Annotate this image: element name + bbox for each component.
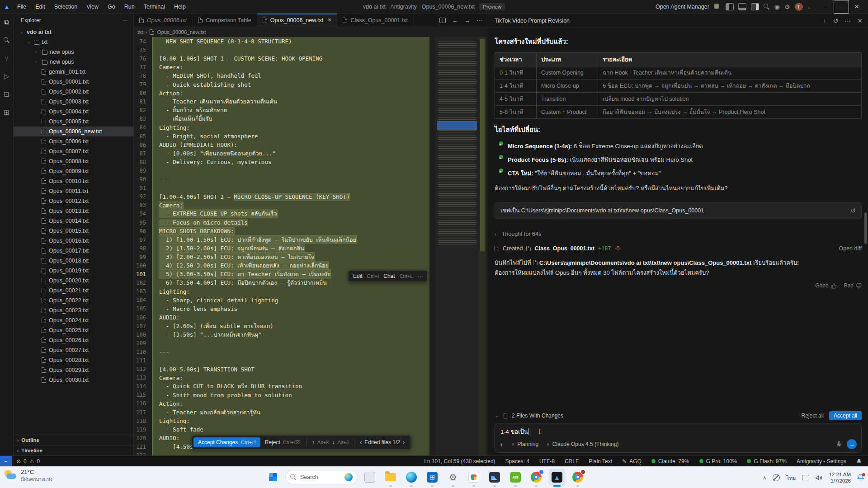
send-button[interactable]: → (847, 439, 857, 449)
explorer-more-icon[interactable]: ⋯ (122, 17, 128, 23)
source-control-icon[interactable]: ⑂ (2, 53, 12, 63)
file-item[interactable]: Opus_00019.txt (14, 266, 133, 276)
file-item[interactable]: Opus_00008.txt (14, 156, 133, 166)
inline-more-icon[interactable]: ⋯ (417, 273, 423, 279)
minimap[interactable] (435, 37, 486, 455)
do-not-disturb-icon[interactable] (773, 474, 780, 481)
file-item[interactable]: Opus_00003.txt (14, 97, 133, 107)
file-item[interactable]: Opus_00001.txt (14, 77, 133, 87)
system-monitor-icon[interactable] (486, 469, 503, 486)
file-item[interactable]: Opus_00021.txt (14, 286, 133, 296)
file-item[interactable]: Opus_00024.txt (14, 315, 133, 325)
tree-root[interactable]: ⌄vdo ai txt (14, 27, 133, 37)
file-item[interactable]: Opus_00023.txt (14, 305, 133, 315)
language-mode[interactable]: Plain Text (589, 458, 612, 465)
inline-chat-button[interactable]: Chat (383, 273, 395, 279)
code-editor[interactable]: 74 NEW SHOT SEQUENCE (0-1-4-8 STRUCTURE)… (134, 37, 435, 455)
reject-all-button[interactable]: Reject all (802, 413, 824, 419)
panel-close-icon[interactable]: ✕ (857, 17, 863, 24)
file-item[interactable]: Opus_00018.txt (14, 256, 133, 266)
avatar[interactable]: T (795, 3, 803, 11)
shield-icon[interactable]: ◉ (774, 3, 780, 10)
start-button[interactable] (264, 469, 282, 486)
back-icon[interactable]: ← (495, 413, 500, 419)
explorer-icon[interactable]: ⧉ (2, 17, 12, 27)
split-editor-icon[interactable] (439, 18, 446, 23)
agq-indicator[interactable]: ✎AGQ (622, 458, 642, 465)
more-actions-icon[interactable]: ⋯ (476, 17, 482, 24)
indentation[interactable]: Spaces: 4 (505, 458, 529, 465)
remote-indicator[interactable]: ⌁ (0, 456, 12, 467)
file-item[interactable]: Opus_00012.txt (14, 196, 133, 206)
back-icon[interactable]: ← (452, 17, 458, 24)
file-item[interactable]: Opus_00009.txt (14, 166, 133, 176)
file-item[interactable]: Opus_00017.txt (14, 246, 133, 256)
prev-change-button[interactable]: ↑Alt+K ↓Alt+J (307, 437, 353, 447)
taskbar-search[interactable]: Search (285, 470, 358, 484)
tree-folder-txt[interactable]: ⌄txt (14, 37, 133, 47)
agent-conversation[interactable]: โครงสร้างใหม่ที่ปรับแล้ว: ช่วงเวลา ประเภ… (486, 28, 868, 410)
edge-icon[interactable] (403, 469, 420, 486)
mode-dropdown[interactable]: ∧Planning (512, 441, 538, 447)
menu-item[interactable]: Help (170, 3, 189, 11)
clock[interactable]: 12:21 AM 1/7/2026 (829, 471, 851, 484)
file-item[interactable]: Opus_00028.txt (14, 355, 133, 365)
task-view-icon[interactable] (361, 469, 378, 486)
mic-icon[interactable] (836, 441, 842, 447)
file-item[interactable]: Opus_00013.txt (14, 206, 133, 216)
accept-all-button[interactable]: Accept all (829, 411, 862, 420)
file-item[interactable]: Opus_00002.txt (14, 87, 133, 97)
file-item[interactable]: Opus_00010.txt (14, 176, 133, 186)
file-item[interactable]: Opus_00006.txt (14, 136, 133, 146)
customize-layout-icon[interactable] (714, 3, 721, 10)
menu-item[interactable]: Run (121, 3, 138, 11)
run-debug-icon[interactable]: ▷ (2, 71, 12, 81)
panel-more-icon[interactable]: ⋯ (844, 17, 851, 24)
menu-item[interactable]: Go (104, 3, 119, 11)
file-item[interactable]: Opus_00016.txt (14, 236, 133, 246)
antigravity-taskbar-icon[interactable]: ▲ (548, 469, 566, 486)
new-chat-icon[interactable]: + (823, 17, 826, 24)
close-button[interactable]: ✕ (849, 0, 864, 14)
breadcrumb[interactable]: txt› Opus_00006_new.txt (134, 27, 486, 37)
menu-item[interactable]: Terminal (140, 3, 169, 11)
editor-tab[interactable]: Opus_00006.txt (134, 14, 193, 27)
file-item[interactable]: Opus_00011.txt (14, 186, 133, 196)
tree-subfolder[interactable]: ›new opus (14, 47, 133, 57)
file-item[interactable]: Opus_00029.txt (14, 365, 133, 375)
extensions-icon[interactable]: ⊞ (2, 108, 12, 117)
attach-button[interactable]: + (500, 441, 504, 448)
notifications-bell-icon[interactable]: 🔔︎ (856, 458, 862, 465)
chevron-down-icon[interactable]: ⌄ (807, 5, 811, 9)
model-dropdown[interactable]: ∧Claude Opus 4.5 (Thinking) (547, 441, 618, 447)
gear-icon[interactable]: ⚙ (784, 3, 790, 10)
file-item[interactable]: Opus_00014.txt (14, 216, 133, 226)
ais-app-icon[interactable]: AIS (507, 469, 524, 486)
editor-tab[interactable]: Comparison Table (193, 14, 257, 27)
search-sidebar-icon[interactable] (2, 35, 12, 45)
file-item[interactable]: Opus_00006_new.txt (14, 127, 133, 136)
toggle-secondary-sidebar-icon[interactable] (751, 3, 759, 10)
eol[interactable]: CRLF (565, 458, 579, 465)
panel-scrollbar[interactable] (864, 212, 867, 244)
good-button[interactable]: Good (815, 282, 836, 289)
reject-button[interactable]: RejectCtrl+⌫ (260, 437, 305, 447)
problems-indicator[interactable]: ⊘0 ⚠0 (16, 458, 40, 465)
menu-item[interactable]: File (14, 3, 30, 11)
file-item[interactable]: Opus_00026.txt (14, 335, 133, 345)
model-quota[interactable]: G Pro: 100% (699, 458, 737, 465)
edited-files-nav[interactable]: ‹Edited files 1/2› (355, 437, 409, 447)
file-item[interactable]: Opus_00007.txt (14, 146, 133, 156)
file-item[interactable]: Opus_00030.txt (14, 375, 133, 385)
menu-item[interactable]: Edit (32, 3, 49, 11)
accept-changes-button[interactable]: Accept ChangesCtrl+⏎ (193, 437, 260, 447)
toggle-panel-icon[interactable] (738, 3, 746, 10)
editor-tab[interactable]: Opus_00006_new.txt ✕ (257, 14, 338, 27)
minimize-button[interactable]: — (818, 0, 834, 14)
notification-bell-icon[interactable] (857, 474, 864, 482)
file-item[interactable]: Opus_00027.txt (14, 345, 133, 355)
menu-item[interactable]: Selection (51, 3, 81, 11)
created-file-name[interactable]: Class_Opus_00001.txt (534, 245, 594, 252)
close-tab-icon[interactable]: ✕ (327, 17, 331, 23)
inline-edit-button[interactable]: Edit (353, 273, 363, 279)
